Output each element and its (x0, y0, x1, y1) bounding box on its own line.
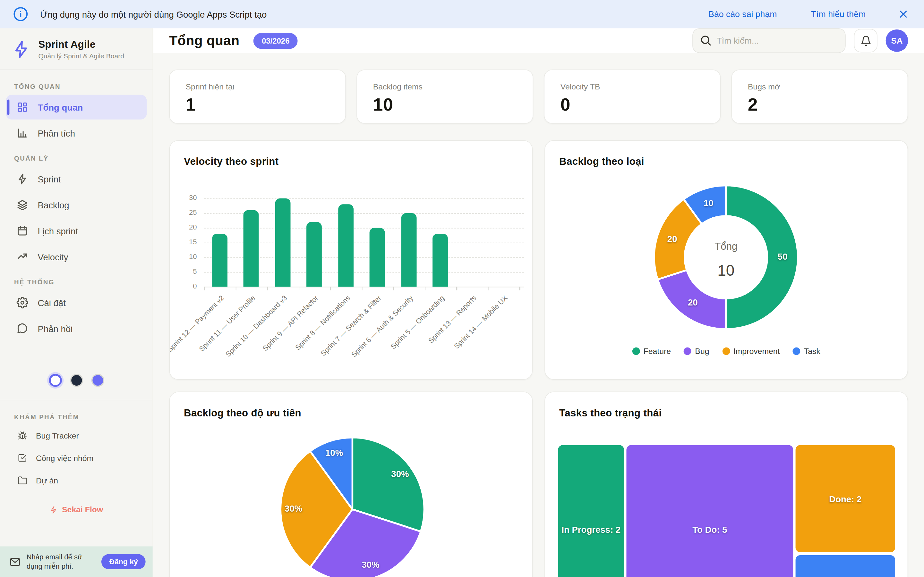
sidebar-item-sprint-calendar[interactable]: Lịch sprint (6, 218, 147, 243)
xtick (393, 287, 394, 290)
velocity-bar-chart: 051015202530Sprint 12 — Payment v2Sprint… (170, 141, 532, 379)
section-label-explore: KHÁM PHÁ THÊM (14, 413, 147, 420)
stat-value: 2 (748, 95, 892, 115)
folder-icon (18, 476, 27, 485)
sidebar-item-label: Phân tích (38, 128, 75, 138)
legend-dot (632, 348, 640, 355)
mail-icon (9, 556, 21, 567)
pie-slice-value: 10% (317, 448, 352, 458)
sidebar-item-overview[interactable]: Tổng quan (6, 95, 147, 119)
layers-icon (16, 199, 28, 211)
bar (244, 210, 259, 287)
bug-icon (18, 431, 27, 440)
theme-switcher (0, 374, 153, 387)
bar (275, 198, 290, 287)
search-icon (699, 34, 712, 49)
calendar-icon (16, 225, 28, 237)
bolt-logo-icon (12, 40, 31, 59)
donut-slice-value: 20 (675, 297, 710, 307)
search-input[interactable] (692, 28, 846, 53)
report-abuse-link[interactable]: Báo cáo sai phạm (708, 9, 777, 19)
donut-legend: Feature Bug Improvement (545, 347, 908, 356)
bar (338, 204, 354, 287)
dashboard-grid-icon (16, 101, 28, 113)
sidebar-item-bug-tracker[interactable]: Bug Tracker (6, 425, 147, 446)
sidebar-item-team-tasks[interactable]: Công việc nhóm (6, 448, 147, 469)
xtick (204, 287, 205, 290)
theme-dark-button[interactable] (70, 374, 83, 387)
email-signup-panel: Nhập email để sử dụng miễn phí. Đăng ký (0, 546, 153, 577)
sidebar-item-label: Sprint (38, 174, 61, 184)
legend-item-improvement: Improvement (722, 347, 780, 356)
legend-item-task: Task (793, 347, 821, 356)
donut-slice-value: 50 (765, 251, 800, 261)
bar (401, 213, 417, 287)
learn-more-link[interactable]: Tìm hiểu thêm (811, 9, 866, 19)
backlog-type-chart-card: Backlog theo loại 50202010 Tổng 10 Featu… (544, 140, 908, 380)
signup-button[interactable]: Đăng ký (102, 554, 145, 569)
sidebar-item-label: Tổng quan (38, 102, 83, 112)
treemap-block-done: Done: 2 (796, 445, 895, 552)
chart-title: Tasks theo trạng thái (559, 408, 662, 419)
treemap-label: In Progress: 2 (558, 525, 624, 535)
sidebar: Sprint Agile Quản lý Sprint & Agile Boar… (0, 28, 153, 577)
sidebar-item-backlog[interactable]: Backlog (6, 193, 147, 218)
gear-icon (16, 297, 28, 309)
ytick: 10 (170, 253, 197, 261)
treemap-block-partial (796, 555, 895, 577)
legend-item-feature: Feature (632, 347, 671, 356)
app-brand: Sprint Agile Quản lý Sprint & Agile Boar… (0, 28, 153, 70)
bar-chart-icon (16, 127, 28, 139)
sidebar-item-label: Dự án (36, 476, 58, 485)
banner-close-icon[interactable] (897, 8, 909, 20)
stat-value: 1 (186, 95, 330, 115)
sidebar-item-velocity[interactable]: Velocity (6, 244, 147, 269)
bar (433, 234, 448, 287)
sidebar-item-feedback[interactable]: Phản hồi (6, 316, 147, 341)
ytick: 30 (170, 193, 197, 202)
axis-line (204, 287, 524, 287)
apps-script-banner: Ứng dụng này do một người dùng Google Ap… (0, 0, 924, 28)
bar (307, 222, 322, 287)
stat-value: 0 (561, 95, 704, 115)
bar (370, 228, 385, 287)
sidebar-item-projects[interactable]: Dự án (6, 470, 147, 491)
stat-card-avg-velocity: Velocity TB 0 (544, 69, 720, 124)
app-subtitle: Quản lý Sprint & Agile Board (38, 52, 124, 59)
bolt-small-icon (49, 506, 58, 514)
chart-title: Backlog theo loại (559, 156, 644, 168)
theme-indigo-button[interactable] (91, 374, 104, 387)
sidebar-item-settings[interactable]: Cài đặt (6, 290, 147, 315)
notifications-button[interactable] (854, 29, 877, 52)
sidebar-item-label: Công việc nhóm (36, 454, 94, 463)
app-name: Sprint Agile (38, 39, 124, 51)
treemap-label: To Do: 5 (626, 525, 793, 535)
theme-light-button[interactable] (49, 374, 61, 387)
treemap-label: Done: 2 (829, 494, 861, 504)
sekai-flow-link[interactable]: Sekai Flow (0, 505, 153, 514)
legend-label: Task (804, 347, 821, 356)
legend-dot (684, 348, 691, 355)
sidebar-item-analytics[interactable]: Phân tích (6, 121, 147, 145)
legend-item-bug: Bug (684, 347, 709, 356)
search-box (692, 28, 846, 53)
avatar[interactable]: SA (886, 29, 908, 52)
pie-slice-value: 30% (383, 469, 418, 479)
stat-label: Backlog items (373, 82, 517, 91)
section-label-overview: TỔNG QUAN (14, 83, 147, 90)
sidebar-item-label: Velocity (38, 251, 68, 261)
sidebar-item-sprint[interactable]: Sprint (6, 167, 147, 191)
xtick (488, 287, 489, 290)
xtick (519, 287, 520, 290)
grid-line (204, 198, 524, 199)
donut-slice-value: 10 (691, 198, 726, 208)
task-status-chart-card: Tasks theo trạng thái In Progress: 2 To … (544, 392, 908, 577)
stat-card-backlog-items: Backlog items 10 (357, 69, 533, 124)
xtick (456, 287, 457, 290)
pie-slice-value: 30% (353, 559, 388, 569)
bolt-icon (16, 173, 28, 185)
legend-label: Improvement (733, 347, 780, 356)
legend-dot (793, 348, 800, 355)
sidebar-item-label: Phản hồi (38, 324, 73, 334)
ytick: 20 (170, 223, 197, 231)
